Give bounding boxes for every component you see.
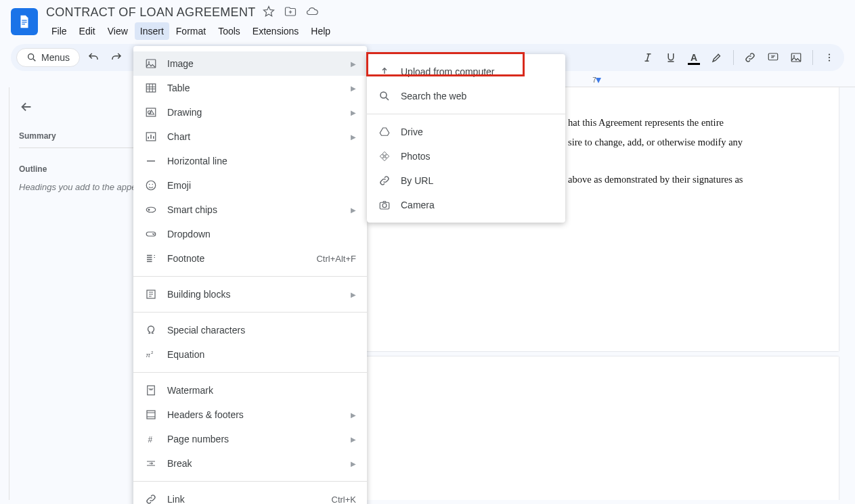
menu-item-label: Camera [401, 200, 554, 210]
insert-footnote[interactable]: FootnoteCtrl+Alt+F [133, 246, 367, 271]
menu-item-label: Headers & footers [167, 409, 341, 420]
submenu-arrow-icon: ▶ [351, 411, 356, 419]
photos-icon [378, 150, 391, 162]
watermark-icon [144, 384, 158, 396]
menu-item-label: Building blocks [167, 289, 341, 300]
insert-drawing[interactable]: Drawing▶ [133, 100, 367, 124]
vertical-ruler[interactable] [0, 87, 9, 500]
insert-headers-footers[interactable]: Headers & footers▶ [133, 403, 367, 427]
table-icon [144, 82, 158, 94]
menu-file[interactable]: File [46, 22, 72, 40]
menu-item-label: Equation [167, 349, 356, 360]
drive-icon [378, 126, 391, 138]
menu-item-label: Image [167, 58, 341, 69]
text-line: hat this Agreement represents the entire [568, 113, 798, 133]
insert-break[interactable]: Break▶ [133, 451, 367, 476]
comment-button[interactable] [764, 48, 783, 67]
menu-item-label: Special characters [167, 325, 356, 336]
menu-item-label: Drive [401, 127, 554, 137]
link-button[interactable] [741, 48, 760, 67]
smartchips-icon [144, 204, 158, 216]
menu-item-label: Watermark [167, 385, 356, 396]
insert-image-button[interactable] [787, 48, 806, 67]
menu-extensions[interactable]: Extensions [247, 22, 304, 40]
insert-chart[interactable]: Chart▶ [133, 124, 367, 149]
folder-move-icon[interactable] [284, 5, 297, 20]
menu-item-label: Photos [401, 151, 554, 162]
italic-button[interactable] [638, 48, 657, 67]
url-icon [378, 175, 391, 187]
insert-emoji[interactable]: Emoji [133, 173, 367, 198]
image-upload-from-computer[interactable]: Upload from computer [367, 60, 565, 84]
image-drive[interactable]: Drive [367, 120, 565, 144]
insert-page-numbers[interactable]: Page numbers▶ [133, 427, 367, 451]
dropdown-icon [144, 228, 158, 240]
menu-item-label: Chart [167, 131, 341, 142]
submenu-arrow-icon: ▶ [351, 436, 356, 443]
headers-icon [144, 409, 158, 421]
menus-search[interactable]: Menus [16, 48, 80, 67]
redo-button[interactable] [107, 48, 126, 67]
undo-button[interactable] [84, 48, 103, 67]
highlight-button[interactable] [707, 48, 726, 67]
submenu-arrow-icon: ▶ [351, 109, 356, 116]
image-camera[interactable]: Camera [367, 193, 565, 217]
menu-item-label: Break [167, 458, 341, 469]
insert-watermark[interactable]: Watermark [133, 378, 367, 403]
chart-icon [144, 131, 158, 143]
link-icon [144, 493, 158, 500]
menu-item-label: Drawing [167, 107, 341, 118]
drawing-icon [144, 106, 158, 118]
image-search-the-web[interactable]: Search the web [367, 84, 565, 108]
menu-item-label: Table [167, 83, 341, 93]
emoji-icon [144, 179, 158, 191]
insert-equation[interactable]: Equation [133, 342, 367, 367]
underline-button[interactable] [661, 48, 680, 67]
insert-image[interactable]: Image▶ [133, 51, 367, 76]
submenu-arrow-icon: ▶ [351, 85, 356, 92]
insert-smart-chips[interactable]: Smart chips▶ [133, 198, 367, 222]
insert-link[interactable]: LinkCtrl+K [133, 487, 367, 500]
insert-dropdown[interactable]: Dropdown [133, 222, 367, 246]
menu-item-label: Smart chips [167, 204, 341, 215]
more-button[interactable] [820, 48, 839, 67]
text-line: above as demonstrated by their signature… [568, 170, 798, 189]
upload-icon [378, 66, 391, 78]
break-icon [144, 457, 158, 469]
insert-table[interactable]: Table▶ [133, 76, 367, 100]
insert-horizontal-line[interactable]: Horizontal line [133, 149, 367, 173]
menu-item-label: Link [167, 494, 322, 500]
menu-view[interactable]: View [102, 22, 133, 40]
image-icon [144, 58, 158, 70]
document-title[interactable]: CONTRACT OF LOAN AGREEMENT [46, 5, 256, 20]
pagenum-icon [144, 433, 158, 445]
text-line: sire to change, add, or otherwise modify… [568, 133, 798, 152]
image-by-url[interactable]: By URL [367, 168, 565, 193]
camera-icon [378, 199, 391, 211]
image-submenu: Upload from computerSearch the webDriveP… [367, 54, 565, 223]
search-icon [378, 90, 391, 102]
menus-search-label: Menus [41, 52, 70, 63]
menu-item-label: Search the web [401, 91, 554, 101]
image-photos[interactable]: Photos [367, 144, 565, 168]
menu-item-label: Upload from computer [401, 66, 554, 77]
docs-logo-icon[interactable] [11, 8, 38, 35]
menu-tools[interactable]: Tools [213, 22, 246, 40]
insert-special-characters[interactable]: Special characters [133, 318, 367, 342]
menu-help[interactable]: Help [305, 22, 336, 40]
menu-item-label: Horizontal line [167, 156, 356, 166]
hr-icon [144, 155, 158, 167]
cloud-status-icon[interactable] [306, 5, 318, 20]
submenu-arrow-icon: ▶ [351, 60, 356, 68]
submenu-arrow-icon: ▶ [351, 291, 356, 298]
star-icon[interactable] [263, 5, 275, 20]
text-color-button[interactable]: A [684, 48, 703, 67]
menu-format[interactable]: Format [171, 22, 211, 40]
omega-icon [144, 324, 158, 336]
menu-edit[interactable]: Edit [74, 22, 101, 40]
insert-building-blocks[interactable]: Building blocks▶ [133, 282, 367, 306]
menu-item-label: Page numbers [167, 434, 341, 444]
app-header: CONTRACT OF LOAN AGREEMENT FileEditViewI… [0, 0, 855, 40]
menu-insert[interactable]: Insert [135, 22, 169, 40]
submenu-arrow-icon: ▶ [351, 206, 356, 214]
